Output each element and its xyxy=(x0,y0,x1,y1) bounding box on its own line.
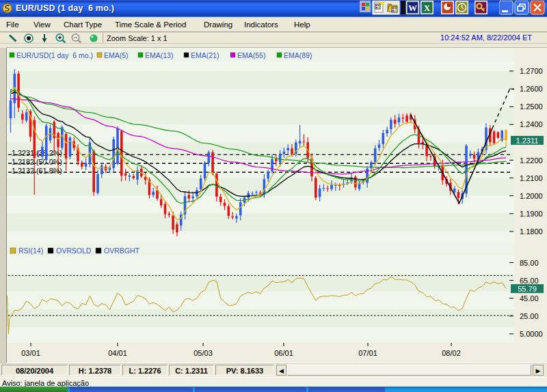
svg-text:EMA(89): EMA(89) xyxy=(284,51,312,59)
svg-text:1.2311: 1.2311 xyxy=(516,137,539,145)
svg-text:65.00: 65.00 xyxy=(520,277,539,285)
svg-text:EMA(13): EMA(13) xyxy=(145,51,173,59)
svg-text:1.2132 (61.8%): 1.2132 (61.8%) xyxy=(12,167,62,175)
svg-text:1.2000: 1.2000 xyxy=(520,192,543,200)
svg-text:1.2400: 1.2400 xyxy=(520,120,543,128)
svg-text:1.2100: 1.2100 xyxy=(520,174,543,182)
svg-text:5.0000: 5.0000 xyxy=(520,330,543,338)
svg-text:45.00: 45.00 xyxy=(520,294,539,303)
svg-text:1.2200: 1.2200 xyxy=(520,156,543,165)
svg-text:55.79: 55.79 xyxy=(518,285,537,293)
svg-text:25.00: 25.00 xyxy=(520,312,539,320)
svg-text:1.2700: 1.2700 xyxy=(520,67,543,75)
svg-text:07/01: 07/01 xyxy=(358,349,377,357)
svg-text:04/01: 04/01 xyxy=(108,349,127,357)
svg-text:RSI(14): RSI(14) xyxy=(18,247,43,255)
svg-text:05/03: 05/03 xyxy=(194,349,213,357)
svg-text:85.00: 85.00 xyxy=(520,259,539,267)
svg-text:1.1800: 1.1800 xyxy=(520,227,543,236)
svg-text:1.2600: 1.2600 xyxy=(520,85,543,93)
svg-text:EMA(21): EMA(21) xyxy=(191,51,219,59)
svg-text:1.2500: 1.2500 xyxy=(520,102,543,111)
svg-text:03/01: 03/01 xyxy=(21,349,40,357)
svg-text:EUR/USD(1 day 6 mo.): EUR/USD(1 day 6 mo.) xyxy=(16,51,93,59)
svg-text:EMA(55): EMA(55) xyxy=(237,51,265,59)
svg-text:EMA(5): EMA(5) xyxy=(104,51,129,59)
svg-text:1.2182 (50.0%): 1.2182 (50.0%) xyxy=(12,158,62,166)
svg-text:OVRBGHT: OVRBGHT xyxy=(104,247,140,255)
svg-text:1.1900: 1.1900 xyxy=(520,210,543,218)
svg-text:06/01: 06/01 xyxy=(274,349,293,357)
svg-text:OVRSOLD: OVRSOLD xyxy=(56,247,92,255)
svg-text:08/02: 08/02 xyxy=(442,349,461,357)
